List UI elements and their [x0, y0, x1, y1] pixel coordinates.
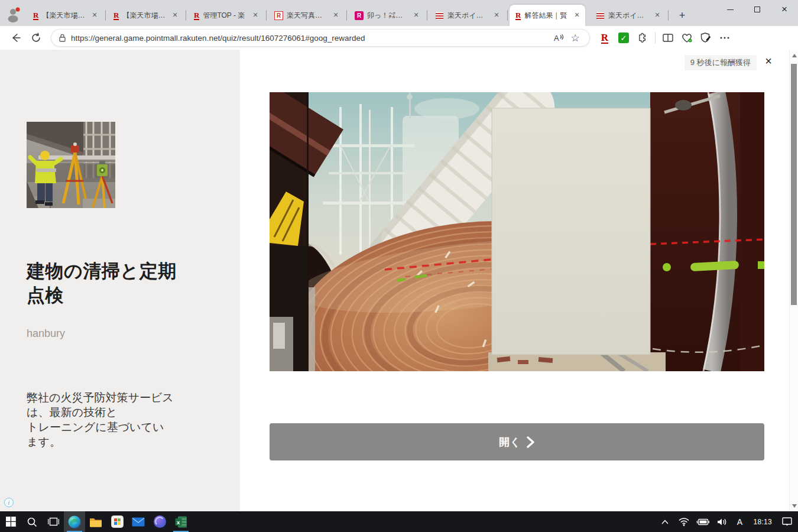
ime-indicator[interactable]: A — [732, 517, 747, 527]
refresh-button[interactable] — [26, 28, 46, 47]
back-icon — [10, 32, 22, 44]
privacy-shield-button[interactable] — [697, 29, 715, 47]
minimize-button[interactable] — [716, 0, 744, 19]
avatar-icon — [5, 6, 22, 22]
shield-pen-icon — [700, 32, 712, 44]
puzzle-extensions-icon — [637, 32, 648, 44]
profile-button[interactable] — [0, 2, 27, 26]
rakuten-outline-favicon: R — [274, 11, 283, 20]
scroll-down-arrow[interactable] — [790, 501, 798, 510]
battery-icon — [696, 518, 709, 525]
address-bar[interactable]: https://general.game.pointmall.rakuten.n… — [51, 29, 590, 47]
maximize-button[interactable] — [744, 0, 771, 19]
tab-close-icon[interactable]: × — [90, 11, 99, 20]
rakuten-favicon: R — [33, 11, 38, 20]
reward-countdown-text: 9 秒後に報酬獲得 — [685, 55, 757, 70]
tab-close-icon[interactable]: × — [492, 11, 501, 20]
search-icon — [27, 517, 37, 527]
task-view-button[interactable] — [43, 511, 64, 532]
tab-admin-top[interactable]: R 管理TOP - 楽 × — [188, 5, 264, 26]
rakuten-favicon: R — [194, 11, 199, 20]
wifi-icon — [679, 518, 689, 526]
cta-label: 開く — [499, 435, 520, 449]
pointclub-favicon — [596, 11, 605, 20]
scroll-up-arrow[interactable] — [790, 51, 798, 60]
tab-point-mall-2[interactable]: 楽天ポイントモ × — [590, 5, 666, 26]
back-button[interactable] — [6, 28, 26, 47]
taskbar-m365-button[interactable] — [149, 511, 170, 532]
browser-essentials-button[interactable] — [678, 29, 696, 47]
taskbar-office-button[interactable] — [106, 511, 128, 532]
green-check-icon: ✓ — [618, 33, 629, 43]
taskbar-edge-button[interactable] — [64, 511, 85, 532]
start-button[interactable] — [0, 511, 21, 532]
ad-main-image[interactable] — [270, 92, 764, 371]
rakuten-extension-button[interactable]: R — [596, 29, 614, 47]
close-window-button[interactable]: × — [771, 0, 798, 19]
maximize-icon — [754, 7, 760, 12]
tab-label: 【楽天市場】Sh — [42, 11, 86, 21]
settings-menu-button[interactable] — [716, 29, 734, 47]
ad-description: 弊社の火災予防対策サービス は、最新の技術と トレーニングに基づいてい ます。 — [27, 391, 222, 450]
pointclub-favicon — [435, 11, 444, 20]
tab-close-icon[interactable]: × — [170, 11, 180, 20]
office-icon — [111, 515, 124, 528]
tab-photo-gallery[interactable]: R 楽天写真館: 2 × — [268, 5, 344, 26]
notification-icon — [782, 517, 792, 526]
taskbar-excel-button[interactable]: x — [170, 511, 192, 532]
tab-close-icon[interactable]: × — [251, 11, 260, 20]
tab-label: 卯っ！㌶コレも — [367, 11, 408, 21]
tab-label: 解答結果｜賢 — [524, 11, 569, 21]
ad-info-icon[interactable]: i — [4, 498, 14, 507]
vertical-scrollbar[interactable] — [789, 50, 798, 511]
clock[interactable]: 18:13 — [748, 518, 777, 526]
tab-close-icon[interactable]: × — [331, 11, 340, 20]
extensions-menu-button[interactable] — [634, 29, 651, 47]
tab-rakuten-ichiba-2[interactable]: R 【楽天市場】ペ × — [108, 5, 183, 26]
split-screen-icon — [662, 33, 674, 43]
tab-close-icon[interactable]: × — [411, 11, 421, 20]
rakuten-favicon: R — [515, 11, 521, 20]
split-screen-button[interactable] — [659, 29, 677, 47]
toolbar-divider — [655, 32, 656, 44]
tab-label: 管理TOP - 楽 — [203, 11, 247, 21]
system-tray: A 18:13 — [656, 511, 798, 532]
scrollbar-thumb[interactable] — [791, 64, 797, 305]
favorite-star-button[interactable]: ☆ — [567, 30, 583, 46]
browser-window: R 【楽天市場】Sh × R 【楽天市場】ペ × R 管理TOP - 楽 × R… — [0, 0, 798, 532]
tray-expand-button[interactable] — [656, 511, 674, 532]
ad-close-button[interactable]: × — [761, 53, 776, 69]
battery-button[interactable] — [694, 511, 712, 532]
new-tab-button[interactable]: + — [674, 7, 690, 24]
ad-thumbnail-image[interactable] — [27, 122, 115, 208]
ad-advertiser: hanbury — [27, 327, 65, 340]
volume-button[interactable] — [713, 511, 731, 532]
windows-logo-icon — [6, 517, 16, 527]
window-controls: × — [716, 0, 798, 19]
taskbar-explorer-button[interactable] — [85, 511, 106, 532]
ad-cta-button[interactable]: 開く — [270, 423, 764, 460]
tab-close-icon[interactable]: × — [572, 11, 582, 20]
windows-taskbar: x — [0, 511, 798, 532]
svg-text:A: A — [554, 34, 559, 43]
url-text[interactable]: https://general.game.pointmall.rakuten.n… — [71, 34, 550, 43]
search-button[interactable] — [21, 511, 43, 532]
tab-close-icon[interactable]: × — [653, 11, 662, 20]
cream-overlay-panel — [492, 108, 650, 355]
tab-rakuten-ichiba-1[interactable]: R 【楽天市場】Sh × — [27, 5, 103, 26]
taskbar-mail-button[interactable] — [128, 511, 149, 532]
tab-point-mall-1[interactable]: 楽天ポイントモ × — [429, 5, 505, 26]
speaker-icon — [717, 518, 727, 526]
chevron-up-icon — [661, 520, 669, 524]
checker-extension-button[interactable]: ✓ — [615, 29, 632, 47]
dark-rotor-section — [650, 92, 764, 371]
excel-icon: x — [175, 516, 187, 528]
notification-center-button[interactable] — [778, 511, 796, 532]
rakuten-pink-favicon: R — [355, 11, 364, 20]
tab-quiz-result-active[interactable]: R 解答結果｜賢 × — [510, 5, 585, 26]
floor-strip — [488, 352, 666, 371]
read-aloud-button[interactable]: A — [550, 30, 567, 46]
tab-quiz[interactable]: R 卯っ！㌶コレも × — [349, 5, 424, 26]
tab-strip: R 【楽天市場】Sh × R 【楽天市場】ペ × R 管理TOP - 楽 × R… — [0, 0, 798, 26]
wifi-button[interactable] — [675, 511, 693, 532]
